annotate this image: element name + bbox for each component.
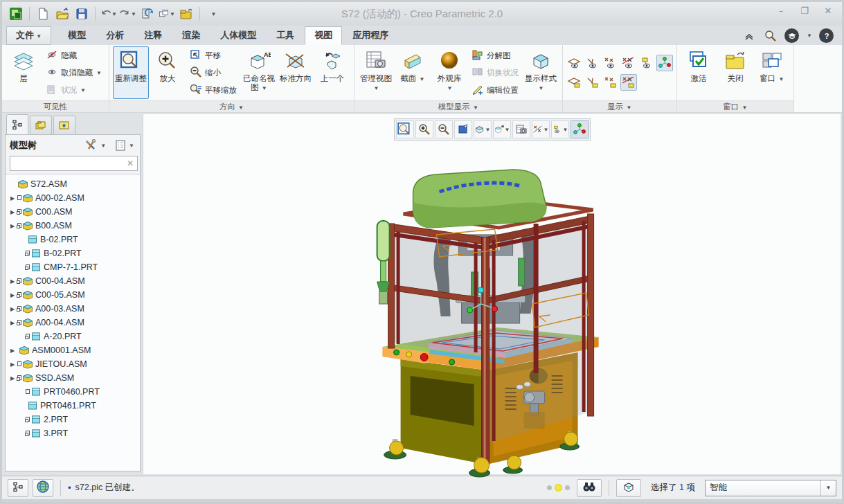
restore-button[interactable]: ❐ — [798, 6, 811, 17]
display-style-button[interactable]: 显示样式 ▼ — [523, 46, 559, 99]
close-window-button[interactable]: 关闭 — [717, 46, 753, 99]
tab-render[interactable]: 渲染 — [172, 26, 210, 45]
minimize-button[interactable]: – — [774, 6, 788, 17]
3d-model-machine[interactable] — [370, 168, 619, 478]
app-button[interactable] — [8, 6, 24, 21]
tree-item-3.prt[interactable]: 3.PRT — [7, 426, 138, 440]
plane-tag-toggle[interactable] — [566, 74, 583, 91]
tab-file[interactable]: 文件 ▼ — [6, 26, 51, 45]
toggle-status-button[interactable]: 切换状况 — [469, 65, 521, 81]
tab-view[interactable]: 视图 — [305, 26, 342, 45]
machine-hood[interactable] — [413, 170, 546, 228]
vp-view-manager-button[interactable] — [512, 120, 530, 138]
windows-button[interactable]: 窗口 ▼ — [754, 46, 790, 99]
customize-qat-button[interactable]: ▼ — [205, 6, 222, 21]
graphics-viewport[interactable]: ▼AB▼▼▼ — [143, 114, 841, 474]
vp-repaint-button[interactable] — [454, 120, 472, 138]
vp-saved-orientations-button[interactable]: AB▼ — [493, 120, 511, 138]
find-tool-button[interactable] — [577, 479, 602, 497]
tree-item-prt0460.prt[interactable]: PRT0460.PRT — [7, 385, 138, 399]
help-button[interactable]: ? — [819, 28, 834, 43]
filter-dropdown-caret[interactable]: ▼ — [820, 480, 836, 496]
select-items-button[interactable] — [616, 479, 641, 497]
selection-filter-dropdown[interactable]: 智能 ▼ — [705, 480, 836, 496]
expand-arrow[interactable]: ▶ — [8, 320, 17, 326]
tab-model[interactable]: 模型 — [58, 26, 96, 45]
tree-item-c00-05.asm[interactable]: ▶ C00-05.ASM — [7, 288, 138, 302]
axis-tag-toggle[interactable] — [584, 74, 601, 91]
tree-settings-button[interactable]: ▼ — [113, 138, 136, 152]
point-tag-toggle[interactable] — [602, 74, 619, 91]
search-button[interactable] — [763, 28, 778, 43]
side-cylinder-device[interactable] — [377, 221, 389, 304]
zoom-out-button[interactable]: 缩小 — [188, 65, 239, 81]
tree-item-b-02.prt[interactable]: B-02.PRT — [7, 233, 138, 246]
tree-item-c00.asm[interactable]: ▶ C00.ASM — [7, 205, 138, 219]
expand-arrow[interactable]: ▶ — [8, 278, 17, 285]
navtab-model-tree[interactable] — [6, 114, 28, 134]
switch-window-button[interactable]: ▼ — [159, 6, 175, 21]
tree-item-c00-04.asm[interactable]: ▶ C00-04.ASM — [7, 274, 138, 288]
spin-center-toggle[interactable] — [656, 55, 673, 71]
tab-manikin[interactable]: 人体模型 — [210, 26, 266, 45]
vp-display-style-button[interactable]: ▼ — [474, 120, 492, 138]
vp-annotation-display-button[interactable]: ▼ — [551, 120, 569, 138]
expand-arrow[interactable]: ▶ — [8, 195, 17, 201]
tab-tools[interactable]: 工具 — [267, 26, 304, 45]
regenerate-button[interactable] — [139, 6, 156, 21]
tree-item-a00-03.asm[interactable]: ▶ A00-03.ASM — [7, 302, 138, 316]
appearances-button[interactable]: 外观库 ▼ — [431, 46, 467, 99]
collapse-ribbon-button[interactable] — [742, 28, 756, 43]
csys-display-toggle[interactable] — [620, 55, 637, 71]
annotation-display-toggle[interactable] — [638, 55, 655, 71]
vp-zoom-out-button[interactable] — [435, 120, 453, 138]
tree-item-asm0001.asm[interactable]: ▶ ASM0001.ASM — [7, 343, 138, 357]
vp-zoom-in-button[interactable] — [415, 120, 433, 138]
activate-button[interactable]: 激活 — [681, 46, 717, 99]
redo-button[interactable]: ▼ — [120, 6, 136, 21]
navtab-folder-browser[interactable] — [30, 116, 52, 134]
tree-item-a00-04.asm[interactable]: ▶ A00-04.ASM — [7, 316, 138, 330]
vp-datum-display-button[interactable]: ▼ — [532, 120, 550, 138]
navtab-favorites[interactable] — [53, 116, 75, 134]
learning-connector-button[interactable] — [784, 28, 799, 43]
expand-arrow[interactable]: ▶ — [8, 292, 17, 298]
close-button[interactable]: ✕ — [821, 6, 835, 17]
expand-arrow[interactable]: ▶ — [8, 306, 17, 312]
named-views-button[interactable]: AB 已命名视图 ▼ — [241, 46, 277, 99]
axis-display-toggle[interactable] — [584, 55, 601, 71]
status-button[interactable]: 状况 ▼ — [44, 82, 104, 98]
explode-view-button[interactable]: 分解图 — [469, 48, 521, 64]
tree-search-input[interactable] — [10, 159, 123, 168]
expand-arrow[interactable]: ▶ — [8, 223, 17, 229]
tab-applications[interactable]: 应用程序 — [343, 26, 398, 45]
tree-item-jietou.asm[interactable]: ▶ JIETOU.ASM — [7, 357, 138, 371]
sections-button[interactable]: 截面 ▼ — [395, 46, 431, 99]
hide-button[interactable]: 隐藏 — [44, 48, 104, 64]
previous-view-button[interactable]: 上一个 — [314, 46, 350, 99]
close-window-button[interactable] — [178, 6, 195, 21]
tree-item-prt0461.prt[interactable]: PRT0461.PRT — [7, 399, 138, 413]
open-file-button[interactable] — [54, 6, 71, 21]
new-file-button[interactable] — [35, 6, 51, 21]
tab-analysis[interactable]: 分析 — [96, 26, 134, 45]
expand-arrow[interactable]: ▶ — [8, 348, 17, 354]
edit-position-button[interactable]: 编辑位置 — [469, 82, 521, 98]
vp-spin-center-button[interactable] — [571, 120, 589, 138]
pan-zoom-button[interactable]: 平移缩放 — [188, 82, 239, 98]
unhide-button[interactable]: 取消隐藏 ▼ — [44, 65, 104, 81]
browser-button[interactable] — [33, 479, 53, 497]
zoom-in-button[interactable]: 放大 — [150, 46, 186, 99]
csys-tag-toggle[interactable] — [620, 74, 637, 91]
expand-arrow[interactable]: ▶ — [8, 375, 17, 381]
tree-tools-button[interactable]: ▼ — [83, 138, 107, 152]
tree-item-a00-02.asm[interactable]: ▶ A00-02.ASM — [7, 191, 138, 205]
expand-arrow[interactable]: ▶ — [8, 209, 17, 215]
tree-item-b00.asm[interactable]: ▶ B00.ASM — [7, 219, 138, 233]
undo-button[interactable]: ▼ — [100, 6, 117, 21]
tree-item-2.prt[interactable]: 2.PRT — [7, 413, 138, 426]
refit-button[interactable]: 重新调整 — [113, 46, 149, 99]
tree-item-cmp-7-1.prt[interactable]: CMP-7-1.PRT — [7, 260, 138, 274]
standard-orientation-button[interactable]: 标准方向 — [278, 46, 314, 99]
tab-annotate[interactable]: 注释 — [134, 26, 172, 45]
